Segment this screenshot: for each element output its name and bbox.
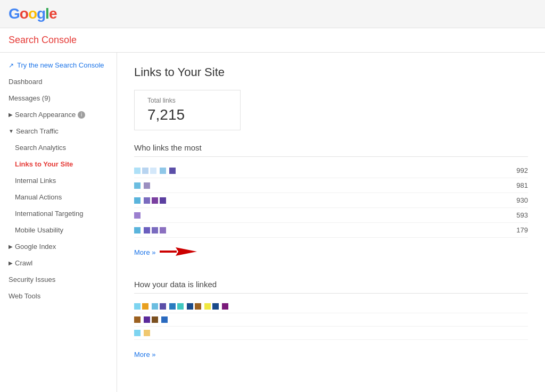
mobile-usability-label: Mobile Usability [15,226,63,234]
web-tools-label: Web Tools [9,292,40,300]
google-index-label: Google Index [15,243,56,251]
who-links-more-link[interactable]: More » [134,242,155,263]
link-row: 992 [134,163,528,178]
who-links-most-header: Who links the most [134,143,528,157]
link-count: 930 [516,196,528,204]
color-block [142,303,148,310]
dashboard-label: Dashboard [9,78,43,86]
sidebar-item-search-analytics[interactable]: Search Analytics [0,139,117,156]
color-block [187,303,193,310]
sidebar: ↗ Try the new Search Console Dashboard M… [0,53,117,392]
sidebar-item-google-index[interactable]: ▶ Google Index [0,238,117,255]
link-count: 593 [516,211,528,219]
logo-o2: o [28,5,37,22]
layout: ↗ Try the new Search Console Dashboard M… [0,53,545,392]
color-block [134,303,141,310]
color-block [169,168,176,174]
international-targeting-label: International Targeting [15,210,83,218]
search-traffic-label: Search Traffic [16,127,59,135]
color-block [134,182,141,189]
data-more-link-container: More » [134,340,528,369]
search-traffic-arrow: ▼ [9,128,14,134]
sidebar-item-search-traffic[interactable]: ▼ Search Traffic [0,123,117,139]
link-row-blocks [134,197,166,204]
logo-e: e [49,5,57,22]
color-block [160,303,166,310]
link-row-blocks [134,182,150,189]
subheader: Search Console [0,28,545,53]
link-count: 992 [516,166,528,174]
color-block [144,330,150,336]
product-name: Search Console [9,35,77,45]
sidebar-item-international-targeting[interactable]: International Targeting [0,205,117,222]
search-analytics-label: Search Analytics [15,144,66,152]
search-appearance-arrow: ▶ [9,112,13,118]
sidebar-item-search-appearance[interactable]: ▶ Search Appearance i [0,106,117,123]
color-block [195,303,201,310]
link-row-blocks [134,168,176,174]
data-link-row [134,300,528,313]
external-link-icon: ↗ [9,62,14,69]
color-block [160,168,166,174]
sidebar-item-dashboard[interactable]: Dashboard [0,73,117,90]
data-link-row [134,327,528,340]
total-links-value: 7,215 [147,106,227,123]
color-block [222,303,228,310]
total-links-box: Total links 7,215 [134,90,241,130]
color-block [160,227,166,233]
color-block [134,168,141,174]
header: Google [0,0,545,28]
sidebar-item-mobile-usability[interactable]: Mobile Usability [0,222,117,238]
color-block [212,303,219,310]
color-block [160,197,166,204]
data-row-blocks [134,330,150,336]
logo-g2: g [37,5,45,22]
sidebar-item-security-issues[interactable]: Security Issues [0,271,117,288]
color-block [204,303,211,310]
link-row: 179 [134,223,528,238]
sidebar-item-messages[interactable]: Messages (9) [0,90,117,106]
color-block [144,227,150,233]
link-row: 930 [134,193,528,208]
try-new-label: Try the new Search Console [17,61,104,69]
link-row: 981 [134,178,528,193]
color-block [134,330,141,336]
data-more-link[interactable]: More » [134,344,155,365]
link-row: 593 [134,208,528,223]
color-block [144,182,150,189]
search-appearance-info-icon: i [78,111,85,119]
sidebar-item-web-tools[interactable]: Web Tools [0,288,117,304]
crawl-label: Crawl [15,259,32,267]
total-links-label: Total links [147,97,227,104]
color-block [144,316,150,323]
color-block [152,227,158,233]
messages-label: Messages (9) [9,94,51,102]
color-block [177,303,184,310]
color-block [152,316,158,323]
sidebar-item-crawl[interactable]: ▶ Crawl [0,255,117,271]
color-block [150,168,156,174]
main-content: Links to Your Site Total links 7,215 Who… [117,53,545,392]
logo-g: G [9,5,20,22]
color-block [134,316,141,323]
google-index-arrow: ▶ [9,244,13,249]
arrow-annotation [160,245,202,260]
google-logo: Google [9,5,56,22]
sidebar-item-internal-links[interactable]: Internal Links [0,172,117,189]
sidebar-item-manual-actions[interactable]: Manual Actions [0,189,117,205]
link-count: 179 [516,226,528,234]
how-data-linked-header: How your data is linked [134,280,528,294]
color-block [142,168,148,174]
link-count: 981 [516,181,528,189]
sidebar-item-links-to-your-site[interactable]: Links to Your Site [0,156,117,172]
page-title: Links to Your Site [134,65,528,79]
svg-marker-0 [176,247,197,256]
link-row-blocks [134,227,166,233]
sidebar-item-try-new[interactable]: ↗ Try the new Search Console [0,57,117,73]
how-data-linked-section: How your data is linked [134,280,528,369]
internal-links-label: Internal Links [15,177,56,185]
color-block [152,303,158,310]
color-block [169,303,176,310]
color-block [152,197,158,204]
manual-actions-label: Manual Actions [15,193,62,201]
